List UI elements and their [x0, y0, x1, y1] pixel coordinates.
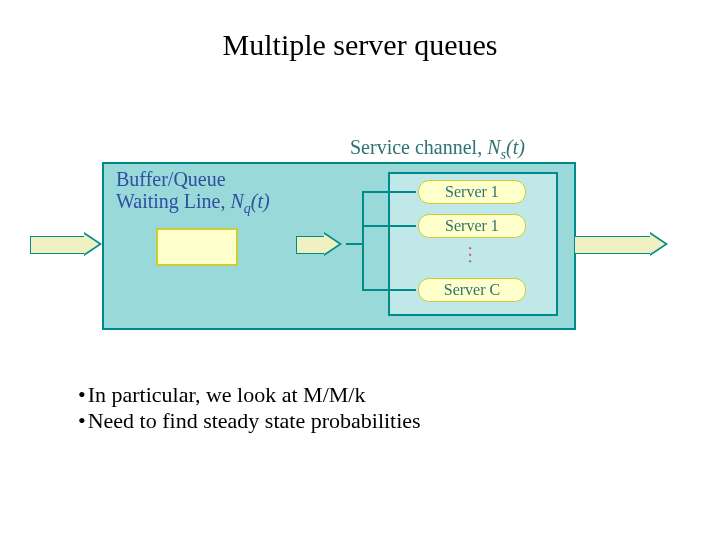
service-channel-label: Service channel, Ns(t) — [350, 136, 525, 163]
queue-diagram: Service channel, Ns(t) Buffer/Queue Wait… — [30, 130, 670, 340]
queue-box — [156, 228, 238, 266]
server-1: Server 1 — [418, 180, 526, 204]
branch-to-s2 — [362, 225, 416, 227]
bullet-1: In particular, we look at M/M/k — [78, 382, 421, 408]
bullet-list: In particular, we look at M/M/k Need to … — [78, 382, 421, 434]
branch-in — [346, 243, 363, 245]
slide-title: Multiple server queues — [0, 0, 720, 62]
ellipsis: ··· — [466, 246, 473, 266]
server-2: Server 1 — [418, 214, 526, 238]
server-c: Server C — [418, 278, 526, 302]
branch-to-sc — [362, 289, 416, 291]
buffer-label: Buffer/Queue Waiting Line, Nq(t) — [116, 168, 270, 216]
branch-to-s1 — [362, 191, 416, 193]
bullet-2: Need to find steady state probabilities — [78, 408, 421, 434]
branch-vertical — [362, 191, 364, 291]
